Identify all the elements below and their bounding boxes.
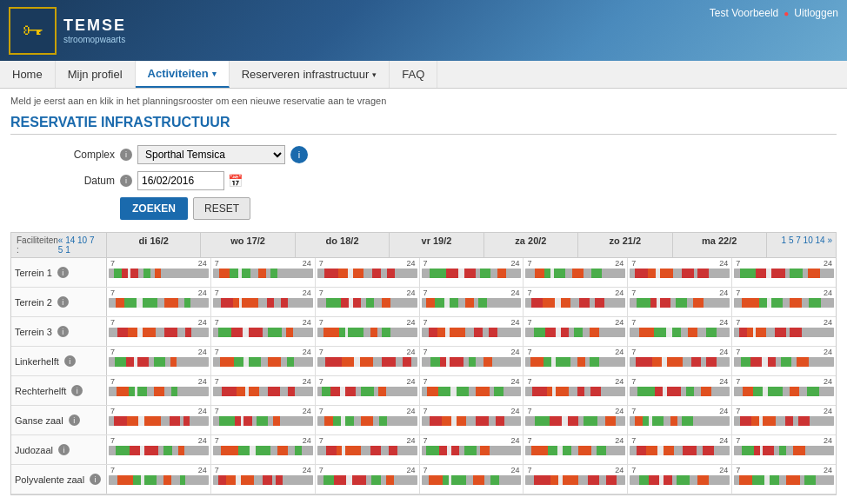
facility-info-icon[interactable]: i <box>58 444 70 455</box>
bar-segment <box>451 475 466 485</box>
bar-segment <box>489 416 496 426</box>
day-cell[interactable]: 724 <box>420 465 524 494</box>
bar-segment <box>821 298 834 308</box>
day-cell[interactable]: 724 <box>420 288 524 316</box>
day-cell[interactable]: 724 <box>316 406 420 434</box>
day-cell[interactable]: 724 <box>628 347 732 375</box>
day-cell[interactable]: 724 <box>316 376 420 405</box>
day-cell[interactable]: 724 <box>628 406 732 434</box>
day-cell[interactable]: 724 <box>107 288 211 316</box>
day-cell[interactable]: 724 <box>107 317 211 346</box>
day-cell[interactable]: 724 <box>420 406 524 434</box>
day-cell[interactable]: 724 <box>524 317 628 346</box>
facility-info-icon[interactable]: i <box>71 385 83 396</box>
facility-info-icon[interactable]: i <box>57 326 69 337</box>
day-cell[interactable]: 724 <box>420 317 524 346</box>
day-cell[interactable]: 724 <box>316 288 420 316</box>
bar-segment <box>345 387 357 396</box>
complex-detail-icon[interactable]: i <box>290 146 308 163</box>
complex-select[interactable]: Sporthal Temsica <box>137 145 285 164</box>
day-cell[interactable]: 724 <box>732 317 836 346</box>
bar-segment <box>635 269 648 278</box>
day-cell[interactable]: 724 <box>316 347 420 375</box>
nav-activiteiten[interactable]: Activiteiten ▾ <box>136 61 230 88</box>
day-cell[interactable]: 724 <box>107 406 211 434</box>
day-cell[interactable]: 724 <box>316 258 420 287</box>
day-cell[interactable]: 724 <box>732 406 836 434</box>
day-cell[interactable]: 724 <box>524 347 628 375</box>
bar-segment <box>570 298 579 308</box>
day-cell[interactable]: 724 <box>524 406 628 434</box>
nav-home[interactable]: Home <box>0 61 56 88</box>
complex-info-icon[interactable]: i <box>120 149 132 161</box>
bar-segment <box>597 446 606 455</box>
day-cell[interactable]: 724 <box>524 258 628 287</box>
facility-info-icon[interactable]: i <box>57 267 69 278</box>
time-bar <box>317 387 417 396</box>
day-cell[interactable]: 724 <box>732 435 836 464</box>
facility-info-icon[interactable]: i <box>57 296 69 308</box>
day-cell[interactable]: 724 <box>107 435 211 464</box>
day-cell[interactable]: 724 <box>628 258 732 287</box>
day-cell[interactable]: 724 <box>211 406 316 434</box>
day-cell[interactable]: 724 <box>628 435 732 464</box>
bar-segment <box>577 357 585 367</box>
day-cell[interactable]: 724 <box>420 376 524 405</box>
day-cell[interactable]: 724 <box>420 258 524 287</box>
bar-segment <box>805 446 834 455</box>
bar-segment <box>497 328 522 337</box>
day-cell[interactable]: 724 <box>107 376 211 405</box>
bar-segment <box>605 416 615 426</box>
day-cell[interactable]: 724 <box>211 317 316 346</box>
nav-left-label[interactable]: « 14 10 7 5 1 <box>58 235 101 255</box>
day-cell[interactable]: 724 <box>420 347 524 375</box>
day-cell[interactable]: 724 <box>524 465 628 494</box>
day-cell[interactable]: 724 <box>732 347 836 375</box>
facility-info-icon[interactable]: i <box>69 414 80 426</box>
day-cell[interactable]: 724 <box>316 317 420 346</box>
bar-segment <box>747 328 753 337</box>
day-cell[interactable]: 724 <box>107 465 211 494</box>
bar-segment <box>691 357 700 367</box>
logout-button[interactable]: Uitloggen <box>794 7 838 19</box>
day-cell[interactable]: 724 <box>211 258 316 287</box>
facility-info-icon[interactable]: i <box>90 474 101 485</box>
nav-right-label[interactable]: 1 5 7 10 14 » <box>766 233 836 257</box>
day-cell[interactable]: 724 <box>211 435 316 464</box>
datum-input[interactable] <box>137 171 224 190</box>
search-button[interactable]: ZOEKEN <box>120 197 188 220</box>
day-cell[interactable]: 724 <box>628 317 732 346</box>
facility-info-icon[interactable]: i <box>64 355 76 367</box>
reset-button[interactable]: RESET <box>193 197 250 220</box>
bar-segment <box>339 328 345 337</box>
day-cell[interactable]: 724 <box>732 288 836 316</box>
nav-reserveren[interactable]: Reserveren infrastructuur ▾ <box>230 61 390 88</box>
day-cell[interactable]: 724 <box>628 376 732 405</box>
bar-segment <box>302 446 313 455</box>
day-cell[interactable]: 724 <box>732 258 836 287</box>
day-cell[interactable]: 724 <box>211 347 316 375</box>
day-cell[interactable]: 724 <box>211 376 316 405</box>
day-cell[interactable]: 724 <box>524 435 628 464</box>
day-cell[interactable]: 724 <box>211 288 316 316</box>
day-cell[interactable]: 724 <box>628 465 732 494</box>
calendar-icon[interactable]: 📅 <box>228 174 243 188</box>
bar-segment <box>373 357 382 367</box>
nav-mijn-profiel[interactable]: Mijn profiel <box>56 61 136 88</box>
nav-faq[interactable]: FAQ <box>390 61 437 88</box>
facility-name-cell: Terrein 1i <box>11 258 107 287</box>
day-cell[interactable]: 724 <box>107 347 211 375</box>
day-cell[interactable]: 724 <box>316 435 420 464</box>
day-cell[interactable]: 724 <box>524 288 628 316</box>
day-cell[interactable]: 724 <box>524 376 628 405</box>
day-cell[interactable]: 724 <box>732 465 836 494</box>
day-cell[interactable]: 724 <box>107 258 211 287</box>
day-cell[interactable]: 724 <box>316 465 420 494</box>
day-cell[interactable]: 724 <box>211 465 316 494</box>
day-cell[interactable]: 724 <box>628 288 732 316</box>
time-bar <box>213 357 313 367</box>
datum-info-icon[interactable]: i <box>120 175 132 187</box>
day-cell[interactable]: 724 <box>420 435 524 464</box>
day-cell[interactable]: 724 <box>732 376 836 405</box>
bar-segment <box>116 298 124 308</box>
